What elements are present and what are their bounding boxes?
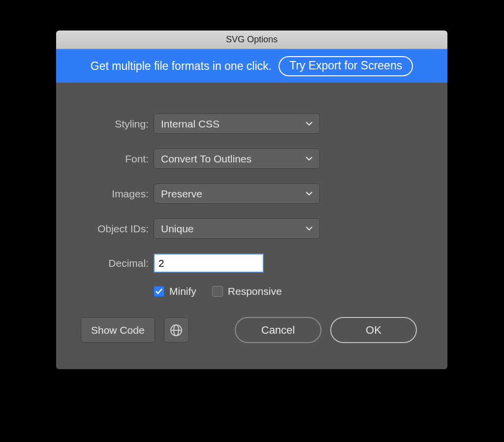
cancel-button[interactable]: Cancel: [235, 317, 321, 343]
label-decimal: Decimal:: [71, 257, 149, 269]
responsive-label: Responsive: [228, 285, 282, 297]
chevron-down-icon: [306, 191, 313, 196]
label-styling: Styling:: [71, 118, 149, 130]
promo-text: Get multiple file formats in one click.: [91, 60, 272, 73]
ok-label: OK: [366, 324, 381, 337]
minify-checkbox[interactable]: Minify: [154, 285, 196, 297]
label-object-ids: Object IDs:: [71, 223, 149, 235]
font-select[interactable]: Convert To Outlines: [154, 149, 320, 169]
show-code-button[interactable]: Show Code: [81, 317, 155, 343]
label-font: Font:: [71, 153, 149, 165]
web-preview-button[interactable]: [164, 317, 189, 343]
styling-select-value: Internal CSS: [161, 118, 220, 130]
object-ids-select-value: Unique: [161, 223, 194, 235]
minify-label: Minify: [169, 285, 196, 297]
try-export-for-screens-button[interactable]: Try Export for Screens: [279, 56, 413, 76]
styling-select[interactable]: Internal CSS: [154, 114, 320, 134]
dialog-footer: Show Code Cancel OK: [71, 317, 433, 343]
globe-icon: [170, 324, 183, 337]
cancel-label: Cancel: [261, 324, 295, 337]
object-ids-select[interactable]: Unique: [154, 219, 320, 239]
decimal-input[interactable]: [154, 253, 264, 273]
row-object-ids: Object IDs: Unique: [71, 219, 433, 239]
label-images: Images:: [71, 188, 149, 200]
promo-banner: Get multiple file formats in one click. …: [56, 49, 447, 83]
images-select-value: Preserve: [161, 188, 202, 200]
row-styling: Styling: Internal CSS: [71, 114, 433, 134]
checkbox-row: Minify Responsive: [154, 285, 433, 297]
font-select-value: Convert To Outlines: [161, 153, 252, 165]
dialog-titlebar[interactable]: SVG Options: [56, 31, 447, 49]
svg-options-dialog: SVG Options Get multiple file formats in…: [56, 31, 447, 369]
chevron-down-icon: [306, 122, 313, 126]
show-code-label: Show Code: [91, 324, 145, 336]
checkbox-checked-icon: [154, 286, 164, 297]
row-images: Images: Preserve: [71, 184, 433, 204]
chevron-down-icon: [306, 226, 313, 231]
responsive-checkbox[interactable]: Responsive: [212, 285, 282, 297]
dialog-body: Styling: Internal CSS Font: Convert To O…: [56, 83, 447, 369]
checkbox-unchecked-icon: [212, 286, 223, 297]
dialog-title: SVG Options: [226, 34, 278, 45]
chevron-down-icon: [306, 157, 313, 161]
images-select[interactable]: Preserve: [154, 184, 320, 204]
row-decimal: Decimal:: [71, 253, 433, 273]
row-font: Font: Convert To Outlines: [71, 149, 433, 169]
ok-button[interactable]: OK: [330, 317, 417, 343]
